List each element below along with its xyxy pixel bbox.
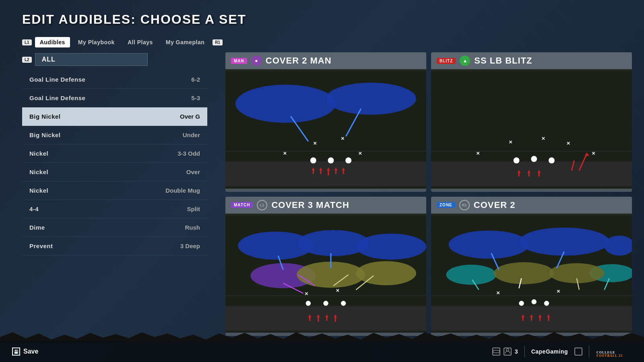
svg-point-75 [449,230,529,259]
svg-rect-45 [225,306,426,331]
svg-point-33 [531,156,537,162]
formation-name: Goal Line Defense [29,76,85,83]
card-title: COVER 2 MAN [266,56,332,66]
svg-text:×: × [592,150,595,156]
card-icon: ▲ [460,56,470,66]
save-button[interactable]: 💾 Save [12,348,38,356]
divider-2 [589,346,589,358]
svg-rect-101 [493,350,500,353]
tab-my-playbook[interactable]: My Playbook [73,37,120,47]
svg-rect-24 [431,71,632,162]
tab-audibles[interactable]: Audibles [35,37,70,47]
card-title: SS LB BLITZ [474,56,532,66]
svg-text:×: × [283,150,287,156]
formation-name: Goal Line Defense [29,95,85,101]
username: CapeGaming [531,348,568,355]
card-title: COVER 3 MATCH [271,200,349,210]
card-badge: BLITZ [437,58,456,64]
svg-point-61 [306,300,311,305]
game-logo: COLLEGE FOOTBALL 25 [596,346,632,358]
formation-play: Split [187,206,200,212]
r1-badge: R1 [213,39,223,45]
card-field: × × [225,214,426,333]
bar-icons: 3 [492,348,518,356]
formation-name: Big Nickel [29,132,61,138]
svg-point-49 [356,233,426,259]
card-field: × × [431,214,632,333]
formation-item[interactable]: Big Nickel Over G [22,107,207,126]
formation-item[interactable]: Nickel 3-3 Odd [22,144,207,163]
save-icon: 💾 [12,348,20,356]
svg-point-52 [356,261,416,285]
formation-item[interactable]: Dime Rush [22,218,207,237]
card-icon: L1 [257,200,267,210]
l1-badge: L1 [22,39,32,45]
svg-text:×: × [341,135,345,142]
card-icon: R1 [459,200,470,210]
right-bar: 3 CapeGaming COLLEGE FOOTBALL 25 [492,346,632,358]
formation-item[interactable]: Nickel Over [22,163,207,181]
formation-name: Big Nickel [29,113,61,120]
formation-play: Double Mug [165,187,200,194]
user-icon [574,348,582,356]
tab-all-plays[interactable]: All Plays [123,37,158,47]
filter-input[interactable] [35,53,148,66]
formation-item[interactable]: Goal Line Defense 5-3 [22,89,207,107]
tab-bar: L1 Audibles My Playbook All Plays My Gam… [22,37,223,47]
svg-text:×: × [557,288,560,294]
formation-item[interactable]: Nickel Double Mug [22,181,207,200]
card-header: ZONE R1 COVER 2 [431,197,632,214]
svg-text:×: × [476,150,480,156]
play-card[interactable]: BLITZ ▲ SS LB BLITZ × × × × × [431,52,632,192]
svg-point-13 [345,157,351,163]
formation-item[interactable]: Prevent 3 Deep [22,237,207,255]
save-label: Save [23,348,38,355]
formation-item[interactable]: Goal Line Defense 6-2 [22,70,207,89]
play-card[interactable]: ZONE R1 COVER 2 [431,197,632,336]
card-header: MATCH L1 COVER 3 MATCH [225,197,426,214]
formation-name: Prevent [29,243,53,249]
formation-play: Rush [185,224,200,231]
svg-point-11 [310,157,316,163]
svg-point-78 [446,265,496,285]
bottom-bar: 💾 Save 3 CapeGaming COLLEGE FOOTBALL 25 [0,341,644,362]
card-field: × × × × × [431,69,632,189]
filter-row: L2 [22,53,148,66]
formation-item[interactable]: 4-4 Split [22,200,207,218]
svg-point-76 [519,227,609,255]
people-icon [504,348,512,356]
divider-1 [524,346,525,358]
l2-badge: L2 [22,57,32,63]
svg-rect-1 [225,161,426,186]
card-badge: ZONE [437,202,455,208]
formation-play: 3-3 Odd [178,150,200,157]
svg-rect-44 [225,215,426,306]
formation-play: Over G [180,113,200,120]
svg-point-92 [544,300,549,305]
svg-rect-72 [431,215,632,306]
page-title: EDIT AUDIBLES: CHOOSE A SET [22,12,246,27]
card-header: MAN ● COVER 2 MAN [225,52,426,69]
svg-rect-25 [431,161,632,186]
svg-text:×: × [567,140,570,146]
card-icon: ● [251,56,262,66]
svg-point-4 [326,82,417,115]
card-badge: MAN [231,58,247,64]
play-card[interactable]: MATCH L1 COVER 3 MATCH [225,197,426,336]
tab-my-gameplan[interactable]: My Gameplan [161,37,210,47]
card-header: BLITZ ▲ SS LB BLITZ [431,52,632,69]
svg-text:×: × [336,286,339,293]
svg-point-63 [341,300,346,305]
formation-play: Over [186,169,200,175]
svg-text:×: × [305,290,308,297]
play-card[interactable]: MAN ● COVER 2 MAN × × × × [225,52,426,192]
card-title: COVER 2 [474,200,516,210]
svg-point-32 [514,157,520,163]
svg-text:×: × [359,150,362,156]
svg-point-91 [532,299,537,304]
svg-point-62 [323,300,328,305]
formation-item[interactable]: Big Nickel Under [22,126,207,144]
svg-point-12 [328,157,334,163]
svg-point-90 [519,300,524,305]
player-count: 3 [515,348,518,355]
